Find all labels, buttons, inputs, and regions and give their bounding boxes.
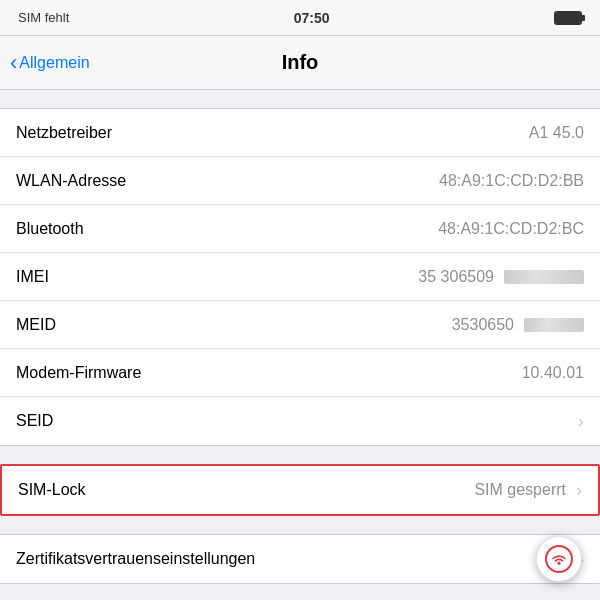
row-label-meid: MEID xyxy=(16,316,56,334)
row-value-simlock: SIM gesperrt › xyxy=(474,480,582,501)
row-value-meid: 3530650 xyxy=(452,316,584,334)
row-label-seid: SEID xyxy=(16,412,53,430)
row-label-wlan: WLAN-Adresse xyxy=(16,172,126,190)
chevron-right-icon: › xyxy=(578,411,584,432)
main-info-group: Netzbetreiber A1 45.0 WLAN-Adresse 48:A9… xyxy=(0,108,600,446)
back-label: Allgemein xyxy=(19,54,89,72)
cert-group: Zertifikatsvertrauenseinstellungen › xyxy=(0,534,600,584)
row-label-cert: Zertifikatsvertrauenseinstellungen xyxy=(16,550,255,568)
simlock-group: SIM-Lock SIM gesperrt › xyxy=(0,464,600,516)
cert-section: Zertifikatsvertrauenseinstellungen › xyxy=(0,534,600,584)
row-value-netzbetreiber: A1 45.0 xyxy=(529,124,584,142)
time-label: 07:50 xyxy=(294,10,330,26)
page-title: Info xyxy=(282,51,319,74)
row-value-seid: › xyxy=(574,411,584,432)
row-value-modem: 10.40.01 xyxy=(522,364,584,382)
simlock-status: SIM gesperrt xyxy=(474,481,566,499)
content-area: Netzbetreiber A1 45.0 WLAN-Adresse 48:A9… xyxy=(0,90,600,600)
status-bar: SIM fehlt 07:50 xyxy=(0,0,600,36)
meid-blur xyxy=(524,318,584,332)
battery-fill xyxy=(556,13,580,23)
row-value-wlan: 48:A9:1C:CD:D2:BB xyxy=(439,172,584,190)
nav-bar: ‹ Allgemein Info xyxy=(0,36,600,90)
row-label-imei: IMEI xyxy=(16,268,49,286)
imei-blur xyxy=(504,270,584,284)
simlock-section: SIM-Lock SIM gesperrt › xyxy=(0,464,600,516)
chevron-right-icon: › xyxy=(576,480,582,501)
assistive-touch-inner xyxy=(545,545,573,573)
row-label-netzbetreiber: Netzbetreiber xyxy=(16,124,112,142)
row-value-bluetooth: 48:A9:1C:CD:D2:BC xyxy=(438,220,584,238)
row-label-simlock: SIM-Lock xyxy=(18,481,86,499)
battery-icon xyxy=(554,11,582,25)
table-row: MEID 3530650 xyxy=(0,301,600,349)
table-row: Bluetooth 48:A9:1C:CD:D2:BC xyxy=(0,205,600,253)
table-row[interactable]: SEID › xyxy=(0,397,600,445)
table-row: WLAN-Adresse 48:A9:1C:CD:D2:BB xyxy=(0,157,600,205)
back-button[interactable]: ‹ Allgemein xyxy=(10,52,90,74)
row-value-imei: 35 306509 xyxy=(418,268,584,286)
svg-point-0 xyxy=(557,562,560,565)
simlock-row[interactable]: SIM-Lock SIM gesperrt › xyxy=(2,466,598,514)
battery-area xyxy=(554,11,582,25)
carrier-label: SIM fehlt xyxy=(18,10,69,25)
back-chevron-icon: ‹ xyxy=(10,52,17,74)
table-row: Modem-Firmware 10.40.01 xyxy=(0,349,600,397)
row-label-modem: Modem-Firmware xyxy=(16,364,141,382)
main-info-section: Netzbetreiber A1 45.0 WLAN-Adresse 48:A9… xyxy=(0,108,600,446)
table-row: IMEI 35 306509 xyxy=(0,253,600,301)
table-row[interactable]: Zertifikatsvertrauenseinstellungen › xyxy=(0,535,600,583)
assistive-touch-icon xyxy=(549,549,569,569)
table-row: Netzbetreiber A1 45.0 xyxy=(0,109,600,157)
row-label-bluetooth: Bluetooth xyxy=(16,220,84,238)
assistive-touch-button[interactable] xyxy=(536,536,582,582)
